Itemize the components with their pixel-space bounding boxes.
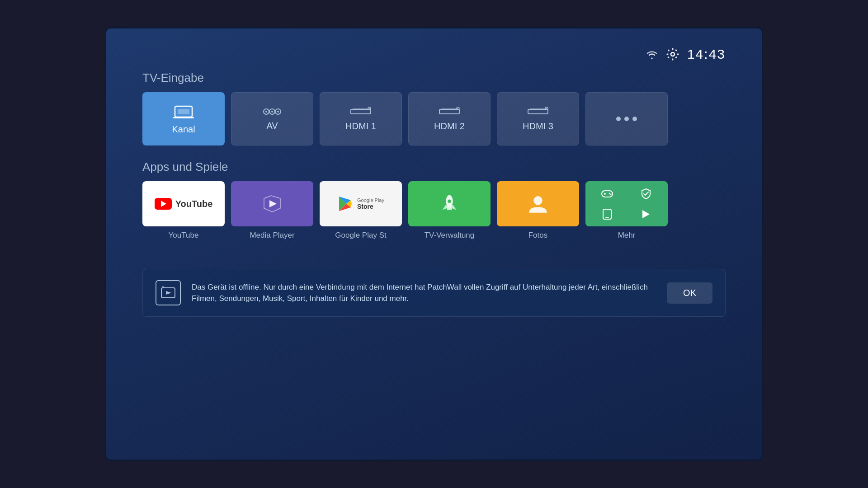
- app-wrapper-media-player: Media Player: [231, 181, 313, 240]
- svg-rect-5: [667, 49, 670, 52]
- svg-rect-10: [173, 117, 194, 118]
- youtube-label: YouTube: [169, 231, 199, 240]
- svg-rect-18: [351, 109, 371, 114]
- app-wrapper-google-play: Google Play Store Google Play St: [320, 181, 402, 240]
- app-wrapper-mehr: Mehr: [585, 181, 668, 240]
- fotos-icon: [527, 192, 549, 215]
- tv-input-section: TV-Eingabe Kanal: [142, 71, 726, 145]
- kanal-label: Kanal: [172, 124, 195, 135]
- svg-rect-19: [353, 108, 369, 109]
- hdmi2-label: HDMI 2: [434, 121, 465, 131]
- notification-banner: Das Gerät ist offline. Nur durch eine Ve…: [142, 269, 726, 317]
- svg-point-29: [546, 108, 547, 109]
- svg-point-17: [277, 111, 279, 113]
- svg-rect-47: [162, 286, 164, 288]
- hdmi3-icon: [526, 107, 550, 117]
- google-play-logo: Google Play Store: [337, 196, 384, 212]
- hdmi1-icon: [349, 107, 373, 117]
- svg-marker-44: [642, 210, 650, 218]
- svg-rect-35: [447, 207, 452, 210]
- svg-rect-27: [530, 108, 546, 109]
- svg-point-25: [458, 108, 458, 109]
- app-wrapper-tv-verwaltung: TV-Verwaltung: [408, 181, 491, 240]
- svg-rect-2: [672, 59, 673, 61]
- app-wrapper-youtube: YouTube YouTube: [142, 181, 225, 240]
- mehr-label: Mehr: [618, 231, 636, 240]
- hdmi3-label: HDMI 3: [523, 121, 553, 131]
- app-tile-mehr[interactable]: [585, 181, 668, 226]
- apps-section: Apps und Spiele YouTube: [142, 160, 726, 240]
- svg-rect-23: [441, 108, 458, 109]
- apps-title: Apps und Spiele: [142, 160, 726, 174]
- svg-rect-6: [675, 49, 677, 52]
- apps-grid: YouTube YouTube: [142, 181, 726, 240]
- header: 14:43: [142, 47, 726, 62]
- app-tile-tv-verwaltung[interactable]: [408, 181, 491, 226]
- app-wrapper-fotos: Fotos: [497, 181, 579, 240]
- svg-rect-3: [666, 54, 668, 55]
- input-grid: Kanal AV: [142, 92, 726, 145]
- youtube-logo: YouTube: [155, 198, 213, 210]
- svg-rect-22: [439, 109, 459, 114]
- tv-verwaltung-icon: [438, 192, 461, 215]
- tv-screen: 14:43 TV-Eingabe Kanal: [105, 27, 763, 461]
- ok-button[interactable]: OK: [667, 282, 712, 304]
- svg-point-34: [448, 199, 451, 203]
- svg-rect-26: [528, 109, 548, 114]
- svg-point-15: [271, 111, 273, 113]
- gear-icon[interactable]: [666, 48, 679, 61]
- svg-point-40: [609, 192, 610, 194]
- tv-verwaltung-label: TV-Verwaltung: [425, 231, 475, 240]
- svg-point-0: [671, 52, 675, 56]
- mehr-icon-play: [640, 208, 652, 220]
- svg-point-36: [533, 196, 542, 205]
- svg-rect-7: [667, 56, 670, 59]
- mehr-icon-shield: [640, 188, 652, 200]
- status-icons: 14:43: [646, 47, 726, 62]
- tv-icon: [173, 103, 194, 120]
- more-icon: [616, 117, 637, 121]
- svg-rect-8: [675, 56, 677, 59]
- tv-input-title: TV-Eingabe: [142, 71, 726, 85]
- svg-rect-1: [672, 48, 673, 50]
- input-tile-av[interactable]: AV: [231, 92, 313, 145]
- hdmi1-label: HDMI 1: [345, 121, 376, 131]
- input-tile-hdmi3[interactable]: HDMI 3: [497, 92, 579, 145]
- media-player-label: Media Player: [250, 231, 294, 240]
- notification-message: Das Gerät ist offline. Nur durch eine Ve…: [192, 282, 656, 305]
- mehr-icon-gamepad: [601, 189, 613, 199]
- av-label: AV: [266, 121, 278, 131]
- fotos-label: Fotos: [528, 231, 548, 240]
- media-player-icon: [260, 192, 284, 216]
- notification-icon: [156, 280, 181, 305]
- clock: 14:43: [687, 47, 726, 62]
- hdmi2-icon: [438, 107, 461, 117]
- app-tile-google-play[interactable]: Google Play Store: [320, 181, 402, 226]
- svg-point-21: [369, 108, 370, 109]
- svg-marker-46: [166, 291, 171, 295]
- svg-marker-30: [269, 200, 277, 207]
- av-icon: [262, 107, 283, 116]
- svg-rect-11: [178, 109, 189, 114]
- app-tile-media-player[interactable]: [231, 181, 313, 226]
- google-play-label: Google Play St: [335, 231, 386, 240]
- mehr-icon-phone: [602, 208, 612, 220]
- svg-point-13: [265, 111, 267, 113]
- svg-point-41: [610, 193, 612, 195]
- input-tile-kanal[interactable]: Kanal: [142, 92, 225, 145]
- app-tile-fotos[interactable]: [497, 181, 579, 226]
- input-tile-more[interactable]: [585, 92, 668, 145]
- svg-rect-4: [677, 54, 679, 55]
- app-tile-youtube[interactable]: YouTube: [142, 181, 225, 226]
- input-tile-hdmi1[interactable]: HDMI 1: [320, 92, 402, 145]
- input-tile-hdmi2[interactable]: HDMI 2: [408, 92, 491, 145]
- wifi-icon: [646, 49, 658, 59]
